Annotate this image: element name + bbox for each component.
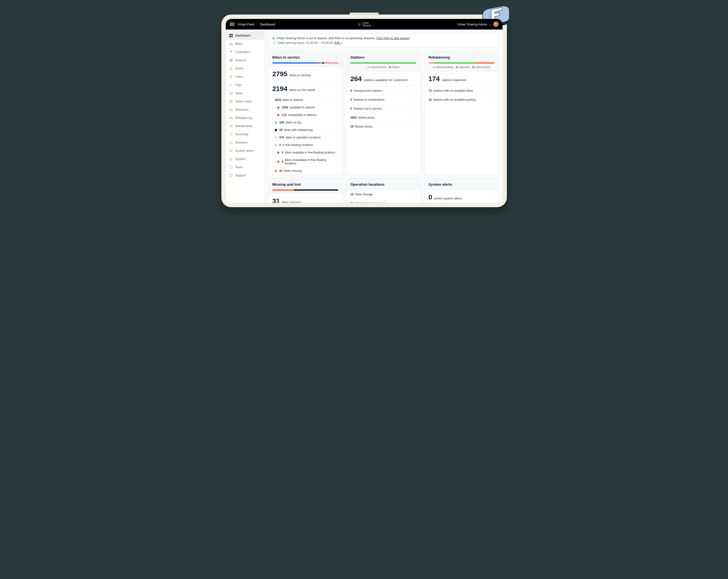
bikes-street-row[interactable]: 2194 bikes on the street › <box>268 81 342 96</box>
row-value: 0 <box>282 160 284 163</box>
sidebar-item-controllers[interactable]: Controllers <box>226 48 264 56</box>
sidebar-label: Business <box>235 141 248 144</box>
category-dot-icon <box>275 122 277 124</box>
avatar[interactable] <box>493 22 499 27</box>
bikes-detail-row[interactable]: 2034bikes in stations› <box>268 96 342 104</box>
opening-prefix: Daily opening hours: <box>278 41 306 45</box>
sidebar-item-bikes[interactable]: Bikes <box>226 40 264 48</box>
chevron-right-icon: › <box>415 202 416 203</box>
row-value: 31 <box>272 197 280 203</box>
sidebar-label: Stations <box>235 58 246 62</box>
bike-icon <box>229 42 233 46</box>
rebalancing-detail-row[interactable]: 74stations with no available bikes› <box>424 86 498 95</box>
rebalancing-total-value: 174 <box>428 75 440 83</box>
help-icon <box>229 174 233 177</box>
missing-row[interactable]: 31bikes missing› <box>268 194 342 203</box>
rebalancing-total-label: stations balanced <box>442 78 466 82</box>
rebalancing-detail-row[interactable]: 16stations with no available parking› <box>424 95 498 104</box>
signal-icon <box>229 50 233 54</box>
sidebar-item-maintenance[interactable]: Maintenance <box>226 122 264 130</box>
rebalancing-legend: without parkingbalancedwithout bikes <box>428 66 495 69</box>
sidebar-item-docks[interactable]: Docks <box>226 65 264 73</box>
bikes-detail-row[interactable]: 105bikes on trip› <box>268 119 342 126</box>
stations-total-label: stations available for customers <box>364 78 408 82</box>
sidebar-item-discounts[interactable]: Discounts <box>226 105 264 114</box>
breadcrumb-root[interactable]: Urban Fleet <box>238 23 254 26</box>
add-season-link[interactable]: Click here to add season <box>376 36 410 40</box>
bikes-detail-row[interactable]: 570bikes in operation locations› <box>268 134 342 141</box>
svg-point-6 <box>231 52 231 52</box>
sidebar-label: Bikes <box>235 42 243 46</box>
chevron-right-icon: › <box>337 98 338 102</box>
opening-hours: 01:00:00 – 23:00:00 <box>306 41 333 45</box>
stations-detail-row[interactable]: 0Stations not in service› <box>346 104 420 113</box>
row-value: 10 <box>350 193 354 196</box>
topbar: Urban Fleet › Dashboard UrbanSharing Urb… <box>226 19 502 29</box>
rebalancing-total-row[interactable]: 174 stations balanced › <box>424 72 498 86</box>
row-label: bikes unavailable in free-floating locat… <box>285 158 337 165</box>
sidebar-label: Controllers <box>235 50 250 54</box>
rebalancing-distribution-bar <box>428 62 495 64</box>
sidebar-item-system-alerts[interactable]: System alerts <box>226 147 264 155</box>
category-dot-icon <box>275 136 277 139</box>
svg-rect-17 <box>229 117 231 118</box>
sidebar-label: Rebalancing <box>235 116 252 120</box>
legend-item: Online <box>389 66 399 69</box>
sidebar-item-business[interactable]: Business <box>226 139 264 147</box>
trips-icon <box>229 83 233 87</box>
sidebar-item-team[interactable]: Team <box>226 163 264 171</box>
user-menu[interactable]: Urban Sharing Admin ⌄ <box>457 23 491 26</box>
bikes-street-label: bikes on the street <box>289 88 315 92</box>
sidebar-label: Maintenance <box>235 124 253 128</box>
stations-detail-row[interactable]: 0Unresponsive stations› <box>346 86 420 95</box>
row-label: in free-floating locations <box>282 143 313 147</box>
info-icon[interactable]: i <box>335 56 338 59</box>
bikes-detail-row[interactable]: 0bikes unavailable in free-floating loca… <box>268 156 342 167</box>
edit-hours-link[interactable]: Edit ↗ <box>334 41 342 45</box>
sidebar-item-stations[interactable]: Stations <box>226 56 264 65</box>
row-label: stations with no available bikes <box>433 89 473 93</box>
stations-card: Stations UnresponsiveOnline 264 stations… <box>346 52 420 175</box>
bikes-detail-row[interactable]: 0in free-floating locations› <box>268 141 342 149</box>
sidebar-item-rebalancing[interactable]: Rebalancing <box>226 114 264 122</box>
card-title: Stations <box>350 55 365 59</box>
sidebar-item-assembly[interactable]: Assembly <box>226 130 264 139</box>
bikes-detail-row[interactable]: 1920available in stations› <box>268 104 342 111</box>
app-screen: Urban Fleet › Dashboard UrbanSharing Urb… <box>226 19 502 203</box>
sidebar-item-value-codes[interactable]: Value codes <box>226 97 264 105</box>
sidebar-item-support[interactable]: Support <box>226 171 264 180</box>
sidebar-item-system[interactable]: System <box>226 155 264 163</box>
row-value: 0 <box>350 107 352 110</box>
row-label: Workshop Kvænerveien <box>355 202 386 203</box>
stations-detail-row[interactable]: 5803Active docks› <box>346 113 420 122</box>
bikes-detail-row[interactable]: 31bikes missing› <box>268 167 342 175</box>
card-title: Operation locations <box>350 182 385 186</box>
sidebar-item-users[interactable]: Users <box>226 73 264 81</box>
stations-total-row[interactable]: 264 stations available for customers › <box>346 72 420 86</box>
notice-text: Urban Sharing Demo is out of season, and… <box>277 36 376 40</box>
row-value: 55 <box>280 128 283 132</box>
row-value: 0 <box>280 143 281 147</box>
hamburger-menu-icon[interactable] <box>230 22 234 26</box>
category-dot-icon <box>275 144 277 146</box>
oploc-row[interactable]: 24Workshop Kvænerveien› <box>346 199 420 203</box>
sidebar-label: System <box>235 157 245 161</box>
bikes-detail-row[interactable]: 0bikes available in free-floating locati… <box>268 149 342 156</box>
sidebar-item-dashboard[interactable]: Dashboard <box>226 31 264 40</box>
bikes-total-row[interactable]: 2795 bikes in service › <box>268 67 342 81</box>
bikes-distribution-bar <box>272 62 338 64</box>
bikes-detail-row[interactable]: 114unavailable in stations› <box>268 111 342 119</box>
sidebar-item-sales[interactable]: Sales <box>226 89 264 97</box>
stations-detail-row[interactable]: 29Broken docks› <box>346 122 420 131</box>
code-icon <box>229 100 233 103</box>
row-value: 0 <box>282 151 284 154</box>
legend-dot-icon <box>472 66 474 68</box>
alerts-total-row[interactable]: 0 active system alerts › <box>424 190 498 203</box>
row-value: 2 <box>350 98 352 101</box>
sidebar-item-trips[interactable]: Trips <box>226 81 264 89</box>
legend-item: balanced <box>456 66 469 69</box>
brand-logo: UrbanSharing <box>357 22 370 27</box>
bikes-detail-row[interactable]: 55bikes with rebalancing› <box>268 126 342 134</box>
stations-detail-row[interactable]: 2Stations in maintenance› <box>346 95 420 104</box>
oploc-row[interactable]: 10Nose Storage› <box>346 190 420 199</box>
